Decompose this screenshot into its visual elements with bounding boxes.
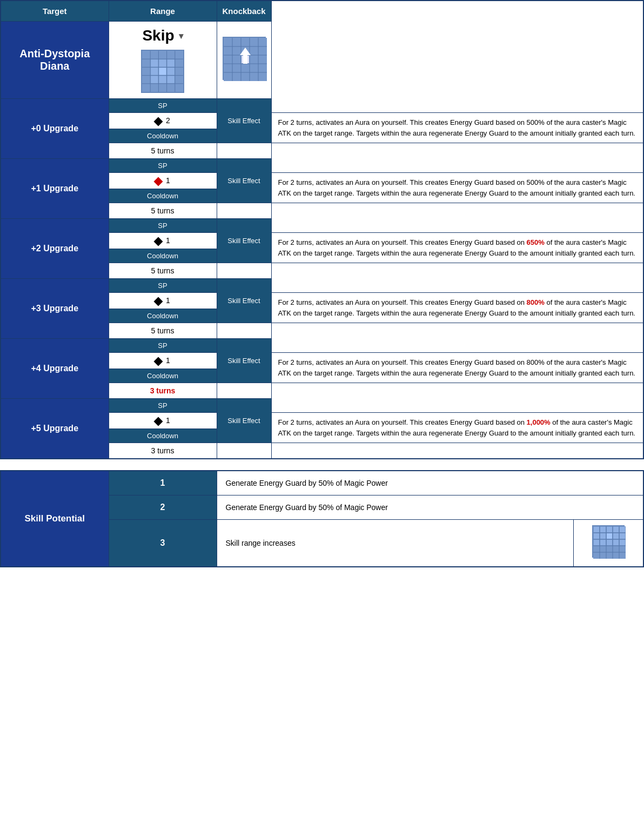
svg-rect-41 (607, 527, 612, 532)
upgrade-2-label: +2 Upgrade (1, 219, 109, 279)
upgrade-4-sp-label: SP (109, 339, 217, 353)
upgrade-1-turns-value: 5 turns (109, 203, 217, 219)
upgrade-3-effect-text: For 2 turns, activates an Aura on yourse… (271, 293, 643, 323)
diamond-icon-4 (154, 357, 163, 366)
upgrade-0-label: +0 Upgrade (1, 99, 109, 159)
upgrade-5-label: +5 Upgrade (1, 399, 109, 459)
svg-rect-46 (607, 533, 612, 539)
table-header-row: Target Range Knockback (1, 1, 643, 22)
upgrade-0-turns-value: 5 turns (109, 143, 217, 159)
upgrade-3-label: +3 Upgrade (1, 279, 109, 339)
upgrade-1-effect-fill (217, 203, 271, 219)
svg-rect-48 (620, 533, 625, 539)
svg-rect-51 (607, 540, 612, 545)
upgrade-0-sp-label: SP (109, 99, 217, 113)
upgrade-3-cooldown-label: Cooldown (109, 309, 217, 323)
upgrade-3-sp-label: SP (109, 279, 217, 293)
potential-num-1: 1 (109, 471, 217, 495)
potential-desc-2: Generate Energy Guard by 50% of Magic Po… (217, 495, 643, 520)
svg-rect-14 (167, 68, 175, 75)
character-name: Anti-Dystopia Diana (5, 48, 104, 72)
upgrade-4-label: +4 Upgrade (1, 339, 109, 399)
svg-rect-49 (594, 540, 599, 545)
svg-rect-11 (167, 59, 175, 66)
svg-rect-47 (613, 533, 619, 539)
upgrade-4-turns-value: 3 turns (109, 383, 217, 399)
upgrade-0-cooldown-label: Cooldown (109, 129, 217, 143)
skill-dropdown[interactable]: Skip ▾ (115, 27, 211, 44)
upgrade-1-effect-text: For 2 turns, activates an Aura on yourse… (271, 173, 643, 203)
upgrade-1-cooldown-label: Cooldown (109, 189, 217, 203)
upgrade-1-label: +1 Upgrade (1, 159, 109, 219)
diamond-icon-5 (154, 417, 163, 426)
potential-row-1: Skill Potential 1 Generate Energy Guard … (1, 471, 643, 495)
svg-rect-45 (600, 533, 606, 539)
upgrade-4-effect-fill (217, 383, 271, 399)
upgrade-5-effect-fill (217, 443, 271, 459)
upgrade-2-effect-header: Skill Effect (217, 219, 271, 263)
svg-rect-17 (167, 76, 175, 83)
upgrade-4-effect-header: Skill Effect (217, 339, 271, 383)
upgrade-2-sp-value: 1 (109, 233, 217, 249)
diamond-icon (154, 117, 163, 126)
upgrade-3-sp-header: +3 Upgrade SP Skill Effect (1, 279, 643, 293)
upgrade-4-cooldown-label: Cooldown (109, 369, 217, 383)
upgrade-5-cooldown-label: Cooldown (109, 428, 217, 443)
potential-desc-3: Skill range increases (217, 520, 573, 567)
svg-rect-43 (620, 527, 625, 532)
upgrade-5-sp-value: 1 (109, 413, 217, 429)
upgrade-4-effect-text: For 2 turns, activates an Aura on yourse… (271, 353, 643, 383)
potential-num-3: 3 (109, 520, 217, 567)
main-container: Target Range Knockback Anti-Dystopia Dia… (0, 0, 644, 567)
diamond-red-icon (154, 177, 163, 186)
skill-select-cell[interactable]: Skip ▾ (109, 22, 217, 99)
upgrade-2-turns-value: 5 turns (109, 263, 217, 279)
upgrade-3-effect-fill (217, 323, 271, 339)
knockback-icon (223, 37, 266, 80)
svg-rect-53 (620, 540, 625, 545)
svg-rect-9 (151, 59, 158, 66)
header-target: Target (1, 1, 109, 22)
upgrade-0-sp-value: 2 (109, 113, 217, 129)
svg-rect-12 (151, 68, 158, 75)
skill-potential-label: Skill Potential (1, 471, 109, 567)
upgrade-2-cooldown-label: Cooldown (109, 249, 217, 263)
range-grid-icon (141, 50, 184, 93)
upgrade-3-turns-value: 5 turns (109, 323, 217, 339)
header-knockback: Knockback (217, 1, 271, 22)
upgrade-1-sp-value: 1 (109, 173, 217, 189)
upgrade-2-effect-text: For 2 turns, activates an Aura on yourse… (271, 233, 643, 263)
upgrade-0-effect-fill (217, 143, 271, 159)
svg-rect-50 (600, 540, 606, 545)
upgrade-3-effect-header: Skill Effect (217, 279, 271, 323)
skill-table: Target Range Knockback Anti-Dystopia Dia… (0, 0, 644, 459)
dropdown-arrow-icon: ▾ (179, 31, 183, 41)
svg-rect-40 (600, 527, 606, 532)
upgrade-5-effect-header: Skill Effect (217, 399, 271, 443)
svg-rect-15 (151, 76, 158, 83)
potential-range-grid-icon (592, 525, 625, 558)
potential-range-img-cell (573, 520, 643, 567)
diamond-icon-3 (154, 297, 163, 306)
svg-rect-44 (594, 533, 599, 539)
character-name-cell: Anti-Dystopia Diana (1, 22, 109, 99)
upgrade-0-sp-header: +0 Upgrade SP Skill Effect (1, 99, 643, 113)
upgrade-0-effect-header: Skill Effect (217, 99, 271, 143)
upgrade-5-effect-text: For 2 turns, activates an Aura on yourse… (271, 413, 643, 443)
upgrade-1-sp-label: SP (109, 159, 217, 173)
upgrade-2-effect-fill (217, 263, 271, 279)
character-row: Anti-Dystopia Diana Skip ▾ (1, 22, 643, 99)
upgrade-1-effect-header: Skill Effect (217, 159, 271, 203)
upgrade-3-sp-value: 1 (109, 293, 217, 309)
upgrade-1-sp-header: +1 Upgrade SP Skill Effect (1, 159, 643, 173)
svg-rect-52 (613, 540, 619, 545)
potential-num-2: 2 (109, 495, 217, 520)
upgrade-0-effect-text: For 2 turns, activates an Aura on yourse… (271, 113, 643, 143)
upgrade-5-turns-value: 3 turns (109, 443, 217, 459)
upgrade-2-sp-header: +2 Upgrade SP Skill Effect (1, 219, 643, 233)
skill-potential-table: Skill Potential 1 Generate Energy Guard … (0, 470, 644, 567)
potential-desc-1: Generate Energy Guard by 50% of Magic Po… (217, 471, 643, 495)
upgrade-2-sp-label: SP (109, 219, 217, 233)
svg-rect-29 (243, 55, 247, 64)
upgrade-5-sp-label: SP (109, 399, 217, 413)
